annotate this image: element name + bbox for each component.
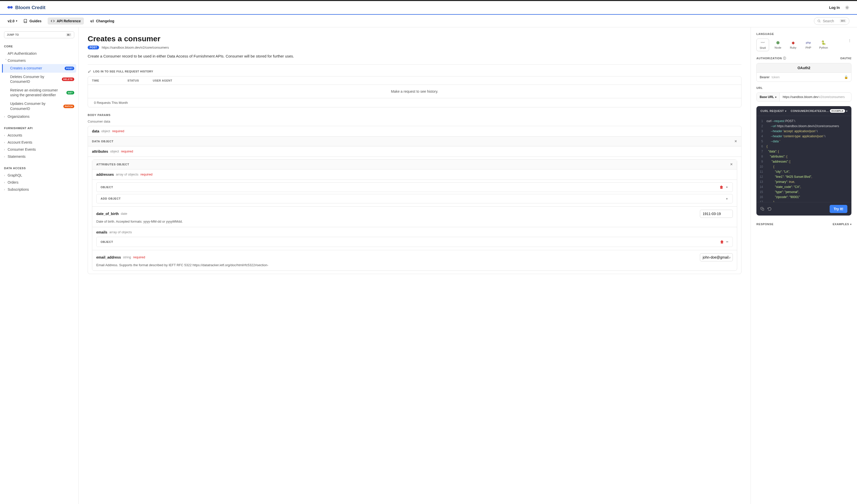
sidebar-item-graphql[interactable]: ›GraphQL [4,172,74,179]
ruby-icon: ◆ [791,40,796,45]
sidebar-item-organizations[interactable]: ›Organizations [4,113,74,120]
url-value: https://sandbox.bloom.dev/v2/core/consum… [780,93,851,101]
lang-python[interactable]: 🐍Python [817,38,830,51]
sidebar-item-creates-consumer[interactable]: Creates a consumer POST [2,64,76,73]
chevron-right-icon: › [4,181,7,184]
code-body[interactable]: 1curl --request POST \2 --url https://sa… [756,116,852,202]
copy-icon[interactable] [760,207,764,211]
lang-shell[interactable]: 〰Shell [756,38,769,51]
version-selector[interactable]: v2.0 ▾ [7,19,17,23]
sidebar-item-subscriptions[interactable]: ›Subscriptions [4,186,74,193]
search-input[interactable]: Search ⌘K [814,17,850,25]
plus-icon: ＋ [725,197,728,201]
svg-point-11 [88,72,89,73]
sidebar-item-retrieve-consumer[interactable]: Retrieve an existing consumer using the … [4,86,74,100]
svg-line-4 [848,8,848,9]
chevron-down-icon: › [4,59,7,62]
endpoint-url: https://sandbox.bloom.dev/v2/core/consum… [102,46,169,49]
chevron-down-icon: ▾ [850,223,852,226]
method-badge: DELETE [62,77,74,81]
search-icon [817,19,821,23]
emails-object-item[interactable]: OBJECT 🗑 − [96,237,733,247]
lang-php[interactable]: phpPHP [802,38,815,51]
sidebar-item-accounts[interactable]: ›Accounts [4,132,74,139]
param-dob-name: date_of_birth [96,212,119,216]
right-panel: LANGUAGE 〰Shell ⬢Node ◆Ruby phpPHP 🐍Pyth… [751,27,857,504]
sidebar-item-consumers[interactable]: ›Consumers [4,57,74,64]
example-selector[interactable]: CONSUMERCREATEEXA… EXAMPLE ▾ [791,109,847,113]
nav-guides[interactable]: Guides [23,19,41,23]
close-icon[interactable]: × [730,162,733,167]
lang-node[interactable]: ⬢Node [772,38,784,51]
svg-rect-12 [762,208,764,210]
history-col-status: STATUS [128,79,153,82]
history-empty: Make a request to see history. [88,85,741,98]
trash-icon[interactable]: 🗑 [720,240,724,244]
lock-icon: 🔒 [844,75,848,79]
close-icon[interactable]: × [735,139,737,144]
language-heading: LANGUAGE [756,32,852,35]
response-heading: RESPONSE [756,223,774,226]
info-icon[interactable]: ⓘ [783,56,786,60]
key-icon [88,70,91,73]
reset-icon[interactable] [768,207,772,211]
chevron-down-icon: ▾ [775,96,776,99]
svg-line-7 [846,8,846,9]
sidebar-item-updates-consumer[interactable]: Updates Consumer by ConsumerID PATCH [4,100,74,113]
data-object-header: DATA OBJECT × [88,137,741,146]
megaphone-icon [90,19,94,23]
svg-line-8 [848,6,848,6]
shell-icon: 〰 [760,40,765,45]
chevron-right-icon: › [4,148,7,151]
bloom-logo-icon [7,5,13,10]
main-content: Creates a consumer POST https://sandbox.… [79,27,751,504]
chevron-right-icon: › [4,141,7,144]
endpoint-description: Create a Consumer record to be used in e… [88,53,741,65]
try-it-button[interactable]: Try It! [830,205,847,213]
email-input[interactable] [700,253,733,261]
sidebar-item-api-auth[interactable]: API Authentication [4,50,74,57]
minus-icon[interactable]: − [726,240,728,244]
sidebar-heading-core: CORE [4,43,74,50]
lang-ruby[interactable]: ◆Ruby [787,38,800,51]
sidebar: JUMP TO ⌘/ CORE API Authentication ›Cons… [0,27,79,504]
plus-icon[interactable]: ＋ [725,185,728,189]
chevron-right-icon: › [4,155,7,158]
history-col-useragent: USER AGENT [153,79,172,82]
auth-type: OAUTH2 [840,57,852,60]
examples-selector[interactable]: EXAMPLES ▾ [833,223,852,226]
sidebar-item-consumer-events[interactable]: ›Consumer Events [4,146,74,153]
email-description: Email Address. Supports the format descr… [96,263,733,267]
jump-to-box[interactable]: JUMP TO ⌘/ [4,31,74,38]
login-link[interactable]: Log In [829,5,840,10]
bearer-token-input[interactable]: Bearer token 🔒 [757,73,851,82]
page-title: Creates a consumer [88,34,741,43]
more-languages-icon[interactable]: ⋮ [848,38,852,42]
nav-changelog[interactable]: Changelog [90,19,114,23]
sidebar-item-orders[interactable]: ›Orders [4,179,74,186]
header: Bloom Credit Log In [0,1,857,14]
trash-icon[interactable]: 🗑 [720,185,723,189]
curl-request-tab[interactable]: CURL REQUEST ▾ [760,109,786,112]
dob-input[interactable] [700,210,733,218]
chevron-down-icon: ▾ [785,110,787,112]
authorization-heading: AUTHORIZATION ⓘ [756,56,786,60]
brand-logo[interactable]: Bloom Credit [7,5,45,11]
sidebar-item-deletes-consumer[interactable]: Deletes Consumer by ConsumerID DELETE [4,73,74,86]
addresses-object-item[interactable]: OBJECT 🗑 ＋ [96,183,733,192]
method-badge: POST [65,67,74,70]
base-url-selector[interactable]: Base URL ▾ [757,93,780,101]
sidebar-item-statements[interactable]: ›Statements [4,153,74,160]
history-footer: 0 Requests This Month [88,98,741,107]
theme-toggle-icon[interactable] [845,5,850,10]
svg-point-0 [846,7,848,8]
param-data-name: data [92,129,99,133]
nav-api-reference[interactable]: API Reference [48,17,84,24]
sidebar-item-account-events[interactable]: ›Account Events [4,139,74,146]
code-sample: CURL REQUEST ▾ CONSUMERCREATEEXA… EXAMPL… [756,106,852,215]
chevron-right-icon: › [4,174,7,177]
add-object-button[interactable]: ADD OBJECT ＋ [96,194,733,203]
body-params-heading: BODY PARAMS [88,114,741,117]
history-heading: LOG IN TO SEE FULL REQUEST HISTORY [88,70,741,73]
chevron-down-icon: ▾ [16,19,17,22]
